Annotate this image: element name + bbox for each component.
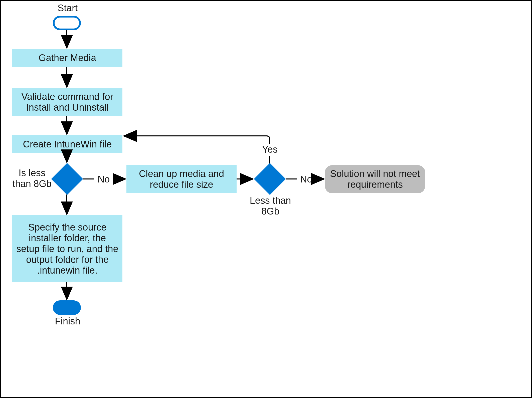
no-label-2: No (297, 174, 315, 185)
decision-2-label: Less than 8Gb (248, 195, 293, 217)
process-cleanup: Clean up media and reduce file size (126, 165, 237, 193)
process-solution-fail: Solution will not meet requirements (325, 165, 425, 193)
start-terminator (53, 16, 81, 30)
decision-less-than-8gb-1 (51, 163, 83, 195)
start-label: Start (50, 3, 85, 14)
no-label-1: No (95, 174, 112, 185)
process-specify: Specify the source installer folder, the… (12, 215, 122, 282)
process-validate: Validate command for Install and Uninsta… (12, 88, 122, 116)
process-create-intunewin: Create IntuneWin file (12, 135, 122, 153)
decision-less-than-8gb-2 (254, 163, 286, 195)
finish-terminator (53, 300, 81, 315)
flowchart-diagram: Start Gather Media Validate command for … (0, 0, 532, 398)
decision-1-label: Is less than 8Gb (11, 168, 53, 189)
finish-label: Finish (50, 316, 85, 327)
yes-label: Yes (260, 144, 280, 155)
process-gather-media: Gather Media (12, 49, 122, 67)
